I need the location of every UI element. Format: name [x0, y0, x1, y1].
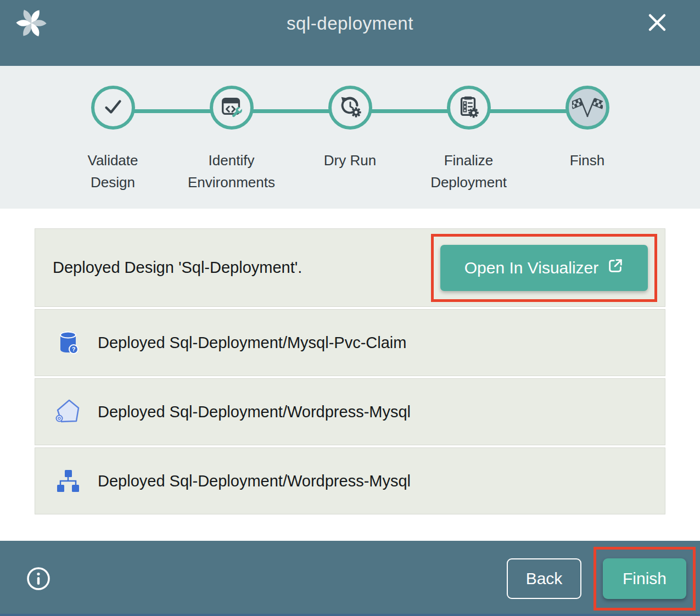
- step-label: Finalize Deployment: [421, 149, 517, 193]
- checkered-flags-icon: [572, 91, 603, 124]
- code-wrench-icon: [219, 94, 244, 121]
- step-identify-environments: Identify Environments: [172, 86, 291, 193]
- annotation-highlight-visualizer: Open In Visualizer: [431, 234, 657, 302]
- step-label: Identify Environments: [183, 149, 280, 193]
- result-row-text: Deployed Sql-Deployment/Wordpress-Mysql: [98, 403, 411, 421]
- close-icon[interactable]: [646, 12, 668, 34]
- svg-text:?: ?: [72, 346, 76, 352]
- hierarchy-icon: [55, 468, 81, 494]
- deployment-results: Deployed Design 'Sql-Deployment'. Open I…: [0, 209, 700, 541]
- step-label: Dry Run: [324, 149, 376, 171]
- wizard-stepper: Validate Design: [0, 66, 700, 209]
- step-finalize-deployment: Finalize Deployment: [410, 86, 528, 193]
- bottom-edge-strip: [0, 614, 700, 616]
- annotation-highlight-finish: Finish: [593, 547, 696, 611]
- back-button[interactable]: Back: [507, 558, 581, 599]
- clipboard-gear-icon: [456, 94, 481, 121]
- visualizer-button-label: Open In Visualizer: [464, 259, 599, 277]
- step-validate-design: Validate Design: [54, 86, 172, 193]
- step-circle-dry-run: [328, 86, 372, 130]
- summary-row: Deployed Design 'Sql-Deployment'. Open I…: [35, 228, 665, 307]
- summary-text: Deployed Design 'Sql-Deployment'.: [53, 259, 302, 277]
- modal-header: sql-deployment: [0, 0, 700, 66]
- external-link-icon: [607, 257, 624, 278]
- result-row-wordpress-mysql-2: Deployed Sql-Deployment/Wordpress-Mysql: [35, 447, 665, 514]
- result-row-wordpress-mysql-1: Deployed Sql-Deployment/Wordpress-Mysql: [35, 378, 665, 445]
- open-in-visualizer-button[interactable]: Open In Visualizer: [440, 245, 648, 291]
- database-icon: ?: [55, 329, 81, 356]
- info-icon[interactable]: [26, 567, 51, 591]
- step-dry-run: Dry Run: [291, 86, 410, 193]
- step-finsh: Finsh: [528, 86, 647, 193]
- deployment-wizard-modal: sql-deployment Validate: [0, 0, 700, 616]
- step-circle-validate: [91, 86, 135, 130]
- step-label: Finsh: [570, 149, 605, 171]
- result-row-mysql-pvc-claim: ? Deployed Sql-Deployment/Mysql-Pvc-Clai…: [35, 309, 665, 376]
- step-label: Validate Design: [65, 149, 161, 193]
- modal-title: sql-deployment: [0, 13, 700, 34]
- step-circle-finalize: [447, 86, 491, 130]
- step-circle-finsh: [565, 86, 609, 130]
- result-row-text: Deployed Sql-Deployment/Mysql-Pvc-Claim: [98, 334, 406, 352]
- finish-button[interactable]: Finish: [603, 558, 686, 599]
- result-row-text: Deployed Sql-Deployment/Wordpress-Mysql: [98, 472, 411, 490]
- modal-footer: Back Finish: [0, 541, 700, 616]
- checkmark-icon: [100, 94, 126, 121]
- step-circle-identify: [210, 86, 254, 130]
- refresh-gear-icon: [338, 94, 363, 121]
- pentagon-icon: [55, 399, 81, 425]
